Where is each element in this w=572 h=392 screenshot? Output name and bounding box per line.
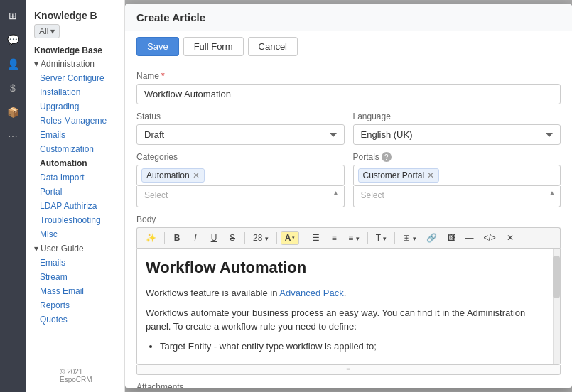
user-guide-nav-items: Emails Stream Mass Email Reports Quotes	[26, 256, 124, 327]
category-tag-automation: Automation ✕	[141, 168, 205, 183]
image-button[interactable]: 🖼	[443, 231, 460, 245]
nav-item-troubleshoot[interactable]: Troubleshooting	[26, 213, 124, 227]
toolbar-divider-4	[303, 232, 303, 244]
body-label: Body	[136, 214, 561, 224]
italic-button[interactable]: I	[187, 231, 204, 245]
bold-button[interactable]: B	[168, 231, 185, 245]
nav-item-portal[interactable]: Portal	[26, 185, 124, 199]
strikethrough-button[interactable]: S	[224, 231, 241, 245]
wand-button[interactable]: ✨	[141, 231, 161, 245]
portal-tag-customer: Customer Portal ✕	[358, 168, 440, 183]
toolbar-divider-2	[244, 232, 245, 244]
categories-label: Categories	[136, 152, 345, 162]
highlight-button[interactable]: A ▾	[281, 231, 300, 245]
status-select[interactable]: Draft Published Archived	[136, 124, 345, 145]
name-field-row: Name *	[136, 71, 561, 104]
portals-info-icon[interactable]: ?	[382, 152, 392, 162]
nav-item-server-config[interactable]: Server Configure	[26, 71, 124, 85]
admin-nav-items: Server Configure Installation Upgrading …	[26, 71, 124, 241]
text-style-button[interactable]: T ▾	[372, 231, 391, 245]
categories-portals-row: Categories Automation ✕ Select ▲	[136, 152, 561, 207]
footer-text: © 2021 EspoCRM	[51, 362, 124, 389]
categories-multi-select: Automation ✕ Select ▲	[136, 165, 345, 207]
categories-select-row[interactable]: Select ▲	[136, 186, 345, 207]
editor-resize-handle[interactable]: ≡	[136, 365, 561, 375]
editor-toolbar: ✨ B I U S 28 ▾ A ▾ ☰	[136, 227, 561, 248]
nav-item-installation[interactable]: Installation	[26, 85, 124, 99]
table-button[interactable]: ⊞ ▾	[399, 231, 420, 245]
align-center-button[interactable]: ≡	[325, 231, 342, 245]
nav-item-ldap[interactable]: LDAP Authiriza	[26, 199, 124, 213]
nav-item-customization[interactable]: Customization	[26, 142, 124, 156]
advanced-pack-link[interactable]: Advanced Pack	[279, 288, 343, 298]
user-guide-collapse[interactable]: ▾ User Guide	[26, 241, 124, 256]
body-editor-section: Body ✨ B I U S 28 ▾ A ▾	[136, 214, 561, 375]
toolbar-divider-3	[276, 232, 277, 244]
chat-icon[interactable]: 💬	[3, 30, 23, 50]
administration-collapse[interactable]: ▾ Administration	[26, 57, 124, 71]
dollar-icon[interactable]: $	[3, 78, 23, 98]
full-form-button[interactable]: Full Form	[183, 37, 244, 56]
remove-customer-portal-tag[interactable]: ✕	[427, 171, 434, 180]
editor-para-1: Workflows feature is available in Advanc…	[146, 286, 544, 300]
nav-item-roles[interactable]: Roles Manageme	[26, 114, 124, 128]
code-button[interactable]: </>	[480, 231, 500, 245]
all-filter-button[interactable]: All ▾	[34, 24, 60, 38]
box-icon[interactable]: 📦	[3, 102, 23, 122]
editor-list-item-1: Target Entity - what entity type workflo…	[160, 339, 544, 354]
nav-item-emails[interactable]: Emails	[26, 128, 124, 142]
editor-para-2: Workflows automate your business process…	[146, 306, 544, 334]
nav-item-data-import[interactable]: Data Import	[26, 170, 124, 185]
portals-multi-select: Customer Portal ✕ Select ▲	[353, 165, 561, 207]
more-icon[interactable]: ⋯	[3, 126, 23, 146]
nav-item-ug-emails[interactable]: Emails	[26, 256, 124, 270]
nav-item-quotes[interactable]: Quotes	[26, 312, 124, 327]
toolbar-divider-6	[394, 232, 395, 244]
language-label: Language	[353, 111, 561, 121]
status-field: Status Draft Published Archived	[136, 111, 345, 145]
remove-format-button[interactable]: ✕	[502, 231, 519, 245]
home-icon[interactable]: ⊞	[3, 6, 23, 26]
categories-field: Categories Automation ✕ Select ▲	[136, 152, 345, 207]
editor-content-area[interactable]: Workflow Automation Workflows feature is…	[136, 248, 561, 365]
portals-label: Portals ?	[353, 152, 561, 162]
categories-box[interactable]: Automation ✕	[136, 165, 345, 186]
portals-expand-icon: ▲	[549, 189, 556, 197]
contacts-icon[interactable]: 👤	[3, 54, 23, 74]
nav-item-reports[interactable]: Reports	[26, 298, 124, 312]
cancel-button[interactable]: Cancel	[248, 37, 298, 56]
editor-heading: Workflow Automation	[146, 256, 544, 279]
portals-select-row[interactable]: Select ▲	[353, 186, 561, 207]
underline-button[interactable]: U	[205, 231, 222, 245]
nav-item-stream[interactable]: Stream	[26, 270, 124, 284]
categories-expand-icon: ▲	[333, 189, 340, 197]
toolbar-divider-1	[164, 232, 165, 244]
name-input[interactable]	[136, 84, 561, 104]
dialog-header: Create Article	[125, 4, 572, 31]
required-marker: *	[161, 71, 165, 81]
language-field: Language English (UK) English (US) Frenc…	[353, 111, 561, 145]
dialog-overlay: Create Article Save Full Form Cancel Nam…	[125, 0, 572, 392]
fontsize-button[interactable]: 28 ▾	[249, 231, 273, 245]
dialog-title: Create Article	[136, 11, 205, 23]
save-button[interactable]: Save	[136, 37, 179, 56]
bullet-list-button[interactable]: ☰	[307, 231, 324, 245]
status-label: Status	[136, 111, 345, 121]
nav-item-upgrading[interactable]: Upgrading	[26, 99, 124, 114]
portals-field: Portals ? Customer Portal ✕ S	[353, 152, 561, 207]
link-button[interactable]: 🔗	[422, 231, 441, 245]
sidebar-icon-bar: ⊞ 💬 👤 $ 📦 ⋯	[0, 0, 26, 392]
editor-list: Target Entity - what entity type workflo…	[160, 339, 544, 354]
portals-box[interactable]: Customer Portal ✕	[353, 165, 561, 186]
remove-automation-tag[interactable]: ✕	[193, 171, 200, 180]
nav-item-mass-email[interactable]: Mass Email	[26, 284, 124, 298]
hr-button[interactable]: —	[461, 231, 478, 245]
status-language-row: Status Draft Published Archived Language…	[136, 111, 561, 145]
name-label: Name *	[136, 71, 561, 81]
nav-item-misc[interactable]: Misc	[26, 227, 124, 241]
align-dropdown-button[interactable]: ≡ ▾	[344, 231, 363, 245]
editor-scrollbar[interactable]	[553, 249, 560, 364]
language-select[interactable]: English (UK) English (US) French German	[353, 124, 561, 145]
editor-scroll-thumb[interactable]	[553, 256, 560, 298]
nav-item-automation[interactable]: Automation	[26, 156, 124, 170]
